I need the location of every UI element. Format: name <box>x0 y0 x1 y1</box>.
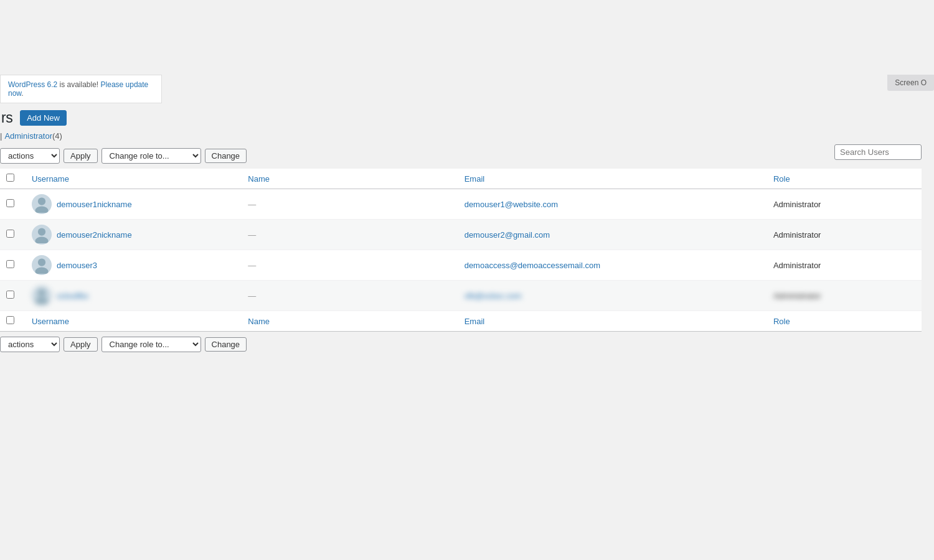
row-username-cell: demouser1nickname <box>26 189 242 220</box>
email-link[interactable]: demoaccess@demoaccessemail.com <box>465 261 600 270</box>
header-checkbox-cell <box>0 169 26 189</box>
filter-admin-link[interactable]: Administrator <box>4 131 52 141</box>
notice-suffix: . <box>21 89 23 98</box>
avatar <box>32 194 52 214</box>
change-role-select-top[interactable]: Change role to... <box>101 148 201 164</box>
apply-button-bottom[interactable]: Apply <box>64 337 98 352</box>
search-users-input[interactable] <box>834 144 922 160</box>
row-username-cell: demouser3 <box>26 250 242 281</box>
users-table-wrapper: Username Name Email Role demouser1nickna… <box>0 169 922 332</box>
name-value: — <box>248 261 256 270</box>
avatar <box>32 225 52 245</box>
name-value: — <box>248 200 256 209</box>
toolbar-top: actions Apply Change role to... Change <box>0 146 922 166</box>
actions-select-bottom[interactable]: actions <box>0 337 60 352</box>
row-role-cell: Administrator <box>767 220 922 250</box>
role-value: Administrator <box>773 261 821 270</box>
svg-point-1 <box>35 207 48 213</box>
actions-select-top[interactable]: actions <box>0 148 60 164</box>
row-username-cell: demouser2nickname <box>26 220 242 250</box>
svg-point-7 <box>35 298 48 305</box>
role-value: Administrator <box>773 291 821 301</box>
users-table: Username Name Email Role demouser1nickna… <box>0 169 922 332</box>
footer-name[interactable]: Name <box>242 311 458 332</box>
username-link[interactable]: demouser2nickname <box>57 230 132 240</box>
change-button-top[interactable]: Change <box>205 149 247 163</box>
svg-point-6 <box>38 289 45 297</box>
add-new-button[interactable]: Add New <box>20 110 67 126</box>
svg-point-3 <box>35 237 48 244</box>
row-email-cell: demouser2@gmail.com <box>458 220 767 250</box>
row-name-cell: — <box>242 189 458 220</box>
name-value: — <box>248 230 256 240</box>
username-link[interactable]: demouser3 <box>57 261 97 270</box>
search-users-area <box>834 144 922 160</box>
filter-separator: | <box>0 131 2 141</box>
row-role-cell: Administrator <box>767 250 922 281</box>
row-role-cell: Administrator <box>767 281 922 311</box>
footer-email[interactable]: Email <box>458 311 767 332</box>
row-checkbox-cell <box>0 220 26 250</box>
toolbar-bottom: actions Apply Change role to... Change <box>0 334 922 355</box>
row-checkbox-cell <box>0 250 26 281</box>
svg-point-5 <box>35 268 48 274</box>
version-link[interactable]: WordPress 6.2 <box>8 80 57 89</box>
row-username-cell: xcbxdfbx <box>26 281 242 311</box>
table-row: xcbxdfbx—xfb@xcbxc.comAdministrator <box>0 281 922 311</box>
svg-point-2 <box>38 228 45 236</box>
footer-username[interactable]: Username <box>26 311 242 332</box>
select-all-checkbox-footer[interactable] <box>6 316 14 324</box>
table-row: demouser2nickname—demouser2@gmail.comAdm… <box>0 220 922 250</box>
row-checkbox-cell <box>0 281 26 311</box>
page-title: rs <box>1 110 12 126</box>
avatar <box>32 255 52 275</box>
screen-options-label: Screen O <box>895 78 927 87</box>
table-row: demouser1nickname—demouser1@website.comA… <box>0 189 922 220</box>
change-role-select-bottom[interactable]: Change role to... <box>101 337 201 352</box>
table-footer-row: Username Name Email Role <box>0 311 922 332</box>
role-value: Administrator <box>773 200 821 209</box>
table-header-row: Username Name Email Role <box>0 169 922 189</box>
email-link[interactable]: demouser1@website.com <box>465 200 558 209</box>
username-link[interactable]: demouser1nickname <box>57 200 132 209</box>
header-name[interactable]: Name <box>242 169 458 189</box>
avatar <box>32 286 52 306</box>
update-notice: WordPress 6.2 is available! Please updat… <box>0 75 162 103</box>
row-name-cell: — <box>242 281 458 311</box>
footer-checkbox-cell <box>0 311 26 332</box>
row-email-cell: demoaccess@demoaccessemail.com <box>458 250 767 281</box>
apply-button-top[interactable]: Apply <box>64 149 98 163</box>
header-role[interactable]: Role <box>767 169 922 189</box>
page-title-row: rs Add New <box>0 110 922 126</box>
role-value: Administrator <box>773 230 821 240</box>
header-username[interactable]: Username <box>26 169 242 189</box>
svg-point-4 <box>38 259 45 266</box>
row-checkbox[interactable] <box>6 199 14 207</box>
screen-options-button[interactable]: Screen O <box>887 75 934 91</box>
notice-text: is available! <box>60 80 99 89</box>
email-link[interactable]: xfb@xcbxc.com <box>465 291 522 301</box>
change-button-bottom[interactable]: Change <box>205 337 247 352</box>
row-checkbox[interactable] <box>6 230 14 238</box>
row-role-cell: Administrator <box>767 189 922 220</box>
footer-role[interactable]: Role <box>767 311 922 332</box>
row-checkbox[interactable] <box>6 291 14 299</box>
row-name-cell: — <box>242 220 458 250</box>
username-link[interactable]: xcbxdfbx <box>57 291 88 301</box>
row-checkbox[interactable] <box>6 260 14 268</box>
row-checkbox-cell <box>0 189 26 220</box>
svg-point-0 <box>38 198 45 205</box>
name-value: — <box>248 291 256 301</box>
filter-nav: | Administrator (4) <box>0 131 922 141</box>
row-name-cell: — <box>242 250 458 281</box>
row-email-cell: xfb@xcbxc.com <box>458 281 767 311</box>
table-row: demouser3—demoaccess@demoaccessemail.com… <box>0 250 922 281</box>
select-all-checkbox[interactable] <box>6 174 14 182</box>
header-email[interactable]: Email <box>458 169 767 189</box>
filter-admin-count: (4) <box>52 131 62 141</box>
row-email-cell: demouser1@website.com <box>458 189 767 220</box>
email-link[interactable]: demouser2@gmail.com <box>465 230 550 240</box>
